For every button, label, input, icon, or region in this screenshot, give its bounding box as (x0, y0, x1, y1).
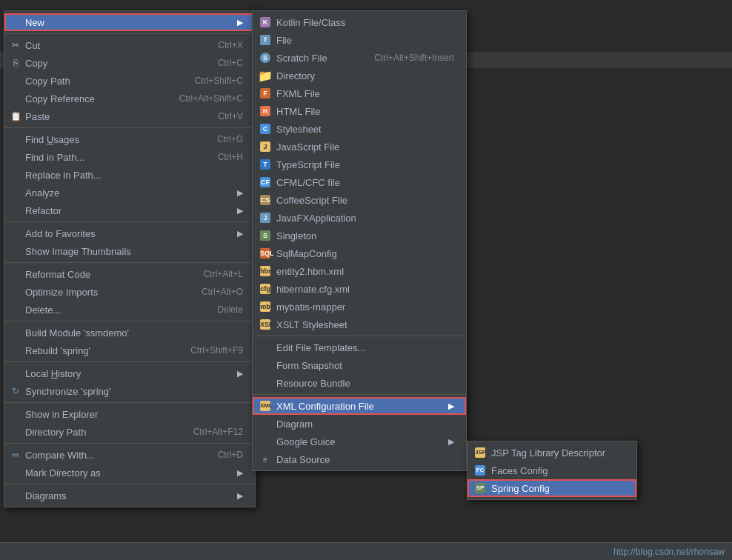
menu-item-add-favorites[interactable]: Add to Favorites ▶ (4, 224, 255, 242)
submenu-xml-item-faces-label: Faces Config (491, 465, 548, 476)
rebuild-spring-shortcut: Ctrl+Shift+F9 (190, 345, 243, 356)
submenu-item-entity[interactable]: hbm entity2.hbm.xml (253, 262, 466, 280)
submenu-item-stylesheet[interactable]: C Stylesheet (253, 120, 466, 138)
cut-icon: ✂ (9, 39, 22, 52)
sqlmap-icon: SQL (257, 247, 273, 260)
cfml-icon: CF (257, 176, 273, 189)
menu-item-copy-ref-label: Copy Reference (25, 93, 95, 104)
menu-item-new-label: New (25, 17, 44, 28)
sync-icon: ↻ (9, 384, 22, 398)
submenu-item-google-guice[interactable]: Google Guice ▶ (253, 433, 466, 450)
submenu-item-xml-config[interactable]: XML XML Configuration File ▶ (253, 397, 466, 415)
submenu-item-js[interactable]: J JavaScript File (253, 138, 466, 156)
submenu-item-data-source[interactable]: ≡ Data Source (253, 450, 466, 468)
menu-item-paste[interactable]: 📋 Paste Ctrl+V (4, 107, 255, 125)
submenu-item-javafx[interactable]: J JavaFXApplication (253, 209, 466, 227)
submenu-item-ts-label: TypeScript File (276, 159, 340, 170)
menu-item-dir-path-label: Directory Path (25, 427, 86, 438)
diagrams-icon (9, 489, 22, 502)
reformat-icon (9, 267, 22, 281)
submenu-item-sqlmap[interactable]: SQL SqlMapConfig (253, 244, 466, 262)
submenu-item-file[interactable]: f File (253, 31, 466, 49)
cut-shortcut: Ctrl+X (218, 40, 243, 50)
submenu-item-cfml-label: CFML/CFC file (276, 177, 340, 188)
find-usages-icon (9, 133, 22, 146)
submenu-item-fxml[interactable]: F FXML File (253, 84, 466, 102)
menu-item-optimize[interactable]: Optimize Imports Ctrl+Alt+O (4, 283, 255, 301)
submenu-item-edit-templates[interactable]: Edit File Templates... (253, 339, 466, 356)
ts-icon: T (257, 158, 273, 171)
menu-item-copy-path[interactable]: Copy Path Ctrl+Shift+C (4, 72, 255, 90)
entity-icon: hbm (257, 264, 273, 278)
replace-path-icon (9, 168, 22, 181)
menu-item-mark-dir[interactable]: Mark Directory as ▶ (4, 464, 255, 481)
submenu-item-cfml[interactable]: CF CFML/CFC file (253, 173, 466, 191)
submenu-item-scratch[interactable]: S Scratch File Ctrl+Alt+Shift+Insert (253, 49, 466, 67)
menu-item-replace-path-label: Replace in Path... (25, 170, 102, 181)
menu-item-show-explorer[interactable]: Show in Explorer (4, 405, 255, 423)
copy-ref-icon (9, 92, 22, 105)
file-icon: f (257, 33, 273, 47)
menu-item-delete[interactable]: Delete... Delete (4, 301, 255, 319)
submenu-item-form-snapshot[interactable]: Form Snapshot (253, 356, 466, 374)
local-history-arrow: ▶ (237, 369, 243, 379)
menu-item-compare[interactable]: ⇔ Compare With... Ctrl+D (4, 446, 255, 464)
menu-item-local-history[interactable]: Local History ▶ (4, 364, 255, 382)
menu-item-copy-label: Copy (25, 58, 47, 69)
submenu-item-kotlin[interactable]: K Kotlin File/Class (253, 13, 466, 31)
submenu-xml-item-jsp[interactable]: JSP JSP Tag Library Descriptor (468, 444, 636, 461)
menu-item-dir-path[interactable]: Directory Path Ctrl+Alt+F12 (4, 423, 255, 441)
submenu-item-hibernate[interactable]: cfg hibernate.cfg.xml (253, 280, 466, 298)
menu-item-copy-ref[interactable]: Copy Reference Ctrl+Alt+Shift+C (4, 90, 255, 107)
menu-item-analyze[interactable]: Analyze ▶ (4, 184, 255, 201)
submenu-item-mybatis[interactable]: mb mybatis-mapper (253, 298, 466, 316)
paste-icon: 📋 (9, 110, 22, 123)
dir-path-shortcut: Ctrl+Alt+F12 (193, 427, 243, 437)
menu-item-find-usages[interactable]: Find Usages Ctrl+G (4, 130, 255, 148)
submenu-item-directory[interactable]: 📁 Directory (253, 67, 466, 84)
submenu-item-html-label: HTML File (276, 106, 320, 117)
menu-item-refactor[interactable]: Refactor ▶ (4, 201, 255, 219)
submenu-item-google-guice-label: Google Guice (276, 436, 336, 447)
coffee-icon: CS (257, 193, 273, 207)
menu-item-copy[interactable]: ⎘ Copy Ctrl+C (4, 54, 255, 72)
menu-item-build-module[interactable]: Build Module 'ssmdemo' (4, 324, 255, 341)
submenu-item-singleton[interactable]: S Singleton (253, 227, 466, 244)
submenu-xml-item-faces[interactable]: FC Faces Config (468, 461, 636, 479)
menu-item-cut[interactable]: ✂ Cut Ctrl+X (4, 36, 255, 54)
submenu-item-html[interactable]: H HTML File (253, 102, 466, 120)
submenu-new: K Kotlin File/Class f File S Scratch Fil… (252, 10, 467, 471)
submenu-item-xslt[interactable]: XSL XSLT Stylesheet (253, 316, 466, 333)
menu-item-show-thumbnails[interactable]: Show Image Thumbnails (4, 242, 255, 260)
kotlin-icon: K (257, 16, 273, 29)
edit-templates-icon (257, 341, 273, 354)
submenu-item-data-source-label: Data Source (276, 454, 330, 465)
submenu-item-js-label: JavaScript File (276, 141, 339, 153)
menu-item-delete-label: Delete... (25, 304, 61, 316)
compare-shortcut: Ctrl+D (218, 450, 243, 460)
menu-item-find-path-label: Find in Path... (25, 152, 84, 163)
menu-item-show-thumbnails-label: Show Image Thumbnails (25, 246, 131, 257)
singleton-icon: S (257, 229, 273, 242)
optimize-icon (9, 285, 22, 299)
submenu-item-resource-bundle-label: Resource Bundle (276, 378, 350, 389)
submenu-item-diagram[interactable]: Diagram (253, 415, 466, 433)
menu-item-rebuild-spring[interactable]: Rebuild 'spring' Ctrl+Shift+F9 (4, 341, 255, 359)
menu-item-find-path[interactable]: Find in Path... Ctrl+H (4, 148, 255, 166)
compare-icon: ⇔ (9, 448, 22, 461)
submenu-xml-item-spring[interactable]: SP Spring Config (468, 479, 636, 497)
submenu-item-coffee[interactable]: CS CoffeeScript File (253, 191, 466, 209)
menu-item-find-usages-label: Find Usages (25, 134, 79, 145)
refactor-icon (9, 204, 22, 217)
submenu-item-resource-bundle[interactable]: Resource Bundle (253, 374, 466, 392)
copy-shortcut: Ctrl+C (218, 58, 243, 68)
submenu-item-kotlin-label: Kotlin File/Class (276, 17, 345, 28)
menu-item-reformat[interactable]: Reformat Code Ctrl+Alt+L (4, 265, 255, 283)
submenu-item-ts[interactable]: T TypeScript File (253, 156, 466, 173)
menu-item-new[interactable]: New ▶ (4, 13, 255, 31)
menu-item-replace-path[interactable]: Replace in Path... (4, 166, 255, 184)
find-path-shortcut: Ctrl+H (218, 152, 243, 162)
menu-item-synchronize[interactable]: ↻ Synchronize 'spring' (4, 382, 255, 400)
menu-item-diagrams[interactable]: Diagrams ▶ (4, 487, 255, 504)
hibernate-icon: cfg (257, 282, 273, 296)
